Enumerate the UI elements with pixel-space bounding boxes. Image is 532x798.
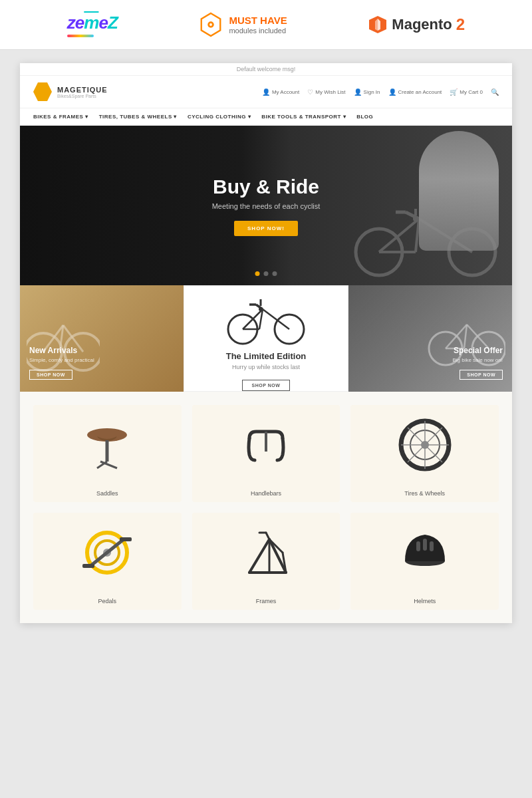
logo-name-block: MAGETIQUE Bikes&Spare Parts — [57, 86, 108, 98]
top-badges-bar: zemeZ MUST HAVE modules included Magento… — [0, 0, 532, 50]
helmets-icon — [395, 523, 455, 583]
zemes-logo: zemeZ — [67, 13, 118, 37]
nav-tools[interactable]: BIKE TOOLS & TRANSPORT ▾ — [261, 114, 346, 120]
nav-blog[interactable]: BLOG — [356, 114, 373, 120]
main-navigation: BIKES & FRAMES ▾ TIRES, TUBES & WHEELS ▾… — [20, 108, 512, 125]
category-handlebars[interactable]: Handlebars — [192, 405, 340, 502]
create-account-link[interactable]: 👤 Create an Account — [388, 88, 442, 96]
sign-in-link[interactable]: 👤 Sign In — [354, 88, 380, 96]
must-have-badge: MUST HAVE modules included — [198, 12, 287, 37]
magento-icon — [368, 15, 388, 35]
category-tires-wheels[interactable]: Tires & Wheels — [350, 405, 499, 502]
svg-rect-66 — [430, 541, 434, 551]
svg-rect-54 — [82, 564, 94, 568]
category-frames-label: Frames — [192, 593, 340, 610]
hero-subtitle: Meeting the needs of each cyclist — [212, 202, 321, 210]
store-tagline: Bikes&Spare Parts — [57, 94, 108, 98]
category-pedals-img — [33, 513, 182, 593]
search-button[interactable]: 🔍 — [491, 88, 499, 96]
promo-1-subtitle: Simple, comfy and practical — [29, 357, 94, 363]
hero-title: Buy & Ride — [213, 176, 319, 198]
handlebars-icon — [236, 415, 296, 475]
wish-list-link[interactable]: ♡ My Wish List — [307, 88, 345, 96]
promo-3-subtitle: Big bike sale now on! — [452, 357, 503, 363]
categories-section: Saddles Handlebars — [20, 392, 512, 623]
hero-shop-now-button[interactable]: SHOP NOW! — [234, 221, 298, 236]
promo-row: New Arrivals Simple, comfy and practical… — [20, 285, 512, 392]
svg-rect-55 — [120, 537, 132, 541]
tires-icon — [395, 415, 455, 475]
saddles-icon — [77, 415, 137, 475]
promo-special-offer: Special Offer Big bike sale now on! SHOP… — [348, 285, 512, 392]
category-frames[interactable]: Frames — [192, 513, 340, 610]
must-have-text: MUST HAVE — [229, 15, 287, 27]
pedals-icon — [77, 523, 137, 583]
signin-icon: 👤 — [354, 88, 362, 96]
svg-point-2 — [210, 23, 213, 26]
promo-bike-2 — [223, 286, 309, 346]
account-icon: 👤 — [262, 88, 270, 96]
category-helmets-label: Helmets — [350, 593, 499, 610]
hexagon-icon — [198, 12, 223, 37]
svg-rect-65 — [423, 539, 427, 551]
category-tires-label: Tires & Wheels — [350, 485, 499, 502]
welcome-text: Default welcome msg! — [237, 66, 296, 72]
svg-line-34 — [467, 325, 489, 348]
svg-line-62 — [266, 533, 269, 539]
welcome-bar: Default welcome msg! — [20, 63, 512, 76]
categories-grid: Saddles Handlebars — [33, 405, 499, 610]
hero-dots — [255, 271, 277, 276]
svg-point-30 — [259, 307, 263, 311]
category-helmets-img — [350, 513, 499, 593]
category-pedals-label: Pedals — [33, 593, 182, 610]
promo-new-arrivals: New Arrivals Simple, comfy and practical… — [20, 285, 184, 392]
demo-store-container: Default welcome msg! MAGETIQUE Bikes&Spa… — [20, 63, 512, 623]
promo-2-title: The Limited Edition — [226, 351, 307, 361]
category-handlebars-img — [192, 405, 340, 485]
frames-icon — [236, 523, 296, 583]
hero-dot-3[interactable] — [273, 271, 277, 276]
category-saddles-img — [33, 405, 182, 485]
nav-tires[interactable]: TIRES, TUBES & WHEELS ▾ — [99, 114, 177, 120]
nav-bikes-frames[interactable]: BIKES & FRAMES ▾ — [33, 114, 88, 120]
hero-content: Buy & Ride Meeting the needs of each cyc… — [20, 126, 512, 285]
magento-version: 2 — [456, 15, 465, 34]
promo-1-title: New Arrivals — [29, 346, 94, 355]
svg-line-56 — [249, 539, 269, 573]
category-saddles[interactable]: Saddles — [33, 405, 182, 502]
store-logo: MAGETIQUE Bikes&Spare Parts — [33, 82, 108, 101]
header-actions: 👤 My Account ♡ My Wish List 👤 Sign In 👤 … — [262, 88, 499, 96]
promo-3-content: Special Offer Big bike sale now on! SHOP… — [452, 346, 503, 380]
promo-2-button[interactable]: SHOP NOW — [242, 380, 291, 391]
search-icon: 🔍 — [491, 88, 499, 96]
store-name: MAGETIQUE — [57, 86, 108, 94]
promo-1-button[interactable]: SHOP NOW — [29, 370, 72, 380]
heart-icon: ♡ — [307, 88, 313, 96]
cart-link[interactable]: 🛒 My Cart 0 — [450, 88, 483, 96]
cart-icon: 🛒 — [450, 88, 458, 96]
magento-badge: Magento 2 — [368, 15, 465, 35]
main-header: MAGETIQUE Bikes&Spare Parts 👤 My Account… — [20, 76, 512, 108]
svg-line-33 — [446, 325, 467, 348]
magento-label: Magento — [392, 16, 452, 33]
category-saddles-label: Saddles — [33, 485, 182, 502]
hero-dot-2[interactable] — [264, 271, 269, 276]
must-have-subtext: modules included — [229, 27, 287, 35]
promo-3-title: Special Offer — [452, 346, 503, 355]
logo-hexagon — [33, 82, 52, 101]
promo-3-button[interactable]: SHOP NOW — [460, 370, 503, 380]
my-account-link[interactable]: 👤 My Account — [262, 88, 299, 96]
category-frames-img — [192, 513, 340, 593]
svg-rect-64 — [416, 541, 420, 551]
nav-clothing[interactable]: CYCLING CLOTHING ▾ — [188, 114, 251, 120]
promo-limited-edition: The Limited Edition Hurry up while stock… — [184, 285, 348, 392]
hero-section: Buy & Ride Meeting the needs of each cyc… — [20, 126, 512, 285]
create-account-icon: 👤 — [388, 88, 396, 96]
hero-dot-1[interactable] — [255, 271, 260, 276]
promo-2-subtitle: Hurry up while stocks last — [232, 364, 300, 370]
category-tires-img — [350, 405, 499, 485]
category-helmets[interactable]: Helmets — [350, 513, 499, 610]
store-header: Default welcome msg! MAGETIQUE Bikes&Spa… — [20, 63, 512, 126]
category-pedals[interactable]: Pedals — [33, 513, 182, 610]
promo-1-content: New Arrivals Simple, comfy and practical… — [29, 346, 94, 380]
